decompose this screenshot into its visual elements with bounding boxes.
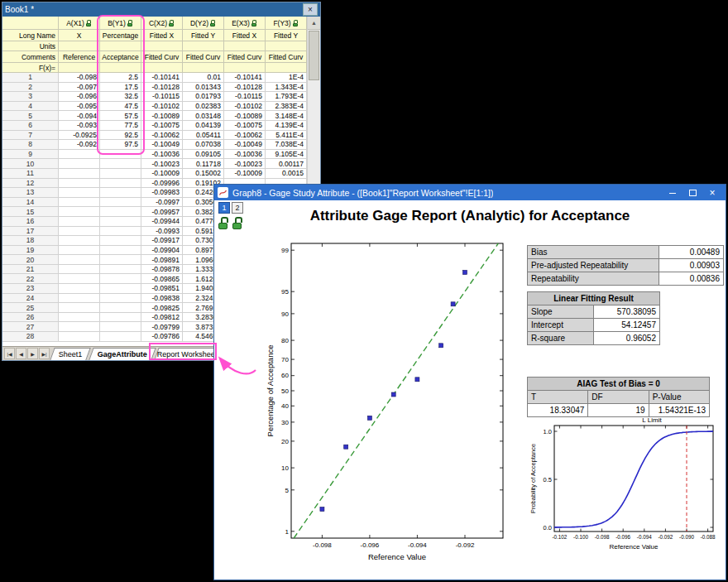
data-cell[interactable]	[100, 246, 141, 256]
row-number[interactable]: 28	[2, 332, 59, 342]
book1-titlebar[interactable]: Book1 * ×	[2, 2, 320, 17]
data-cell[interactable]: -0.096	[59, 92, 100, 102]
row-number[interactable]: 17	[2, 227, 59, 237]
data-cell[interactable]: -0.10075	[141, 121, 183, 131]
data-cell[interactable]: 0.15002	[183, 169, 224, 179]
data-cell[interactable]	[59, 207, 100, 217]
data-cell[interactable]	[100, 303, 141, 313]
data-cell[interactable]: -0.098	[59, 73, 100, 83]
row-number[interactable]: 18	[2, 236, 59, 246]
data-cell[interactable]: -0.09891	[141, 255, 183, 265]
data-cell[interactable]: -0.10049	[141, 140, 183, 150]
column-header-D(Y2)[interactable]: D(Y2)	[183, 17, 224, 30]
data-cell[interactable]	[59, 313, 100, 323]
data-point[interactable]	[320, 507, 324, 512]
header-cell[interactable]: Acceptance	[100, 51, 141, 63]
row-number[interactable]: 21	[2, 265, 59, 275]
data-cell[interactable]: -0.0997	[141, 198, 183, 208]
percentage-acceptance-plot[interactable]: 151020304050607080909599-0.098-0.096-0.0…	[266, 233, 515, 571]
data-cell[interactable]	[100, 294, 141, 304]
row-number[interactable]: 23	[2, 284, 59, 294]
data-cell[interactable]: -0.092	[59, 140, 100, 150]
maximize-icon[interactable]	[682, 185, 702, 200]
header-row-label[interactable]: Units	[2, 41, 59, 51]
data-cell[interactable]: 1.343E-4	[266, 83, 307, 93]
data-cell[interactable]	[100, 313, 141, 323]
data-cell[interactable]: -0.10128	[141, 83, 183, 93]
header-cell[interactable]	[141, 63, 183, 73]
column-header-C(X2)[interactable]: C(X2)	[141, 17, 183, 30]
row-number[interactable]: 4	[2, 102, 59, 112]
sheet-nav-prev-icon[interactable]: ◀	[16, 348, 26, 359]
data-cell[interactable]	[59, 303, 100, 313]
data-cell[interactable]	[59, 284, 100, 294]
data-cell[interactable]: 4.139E-4	[266, 121, 307, 131]
data-cell[interactable]: 0.07038	[183, 140, 224, 150]
data-cell[interactable]: -0.095	[59, 102, 100, 112]
data-cell[interactable]	[100, 236, 141, 246]
data-cell[interactable]: -0.10089	[141, 111, 183, 121]
data-point[interactable]	[367, 416, 371, 420]
column-header-F(Y3)[interactable]: F(Y3)	[266, 17, 307, 30]
data-point[interactable]	[391, 392, 395, 397]
header-cell[interactable]	[100, 63, 141, 73]
data-point[interactable]	[451, 302, 455, 306]
header-cell[interactable]	[224, 41, 266, 51]
row-number[interactable]: 27	[2, 322, 59, 332]
data-cell[interactable]: 0.0015	[266, 169, 307, 179]
data-cell[interactable]	[59, 246, 100, 256]
data-cell[interactable]: -0.10141	[141, 73, 183, 83]
data-cell[interactable]	[59, 322, 100, 332]
data-cell[interactable]: -0.10075	[224, 121, 266, 131]
data-cell[interactable]: 32.5	[100, 92, 141, 102]
data-cell[interactable]	[100, 255, 141, 265]
header-cell[interactable]: Fitted Curv	[266, 51, 307, 63]
header-cell[interactable]	[266, 63, 307, 73]
data-cell[interactable]: 2.383E-4	[266, 102, 307, 112]
header-cell[interactable]: Reference	[59, 51, 100, 63]
data-cell[interactable]	[100, 217, 141, 227]
row-number[interactable]: 6	[2, 121, 59, 131]
data-cell[interactable]: -0.10009	[224, 169, 266, 179]
row-number[interactable]: 3	[2, 92, 59, 102]
header-row-label[interactable]: Comments	[2, 51, 59, 63]
data-cell[interactable]: 0.04139	[183, 121, 224, 131]
row-number[interactable]: 12	[2, 179, 59, 189]
data-cell[interactable]	[59, 217, 100, 227]
data-cell[interactable]: 97.5	[100, 140, 141, 150]
data-cell[interactable]: 0.09105	[183, 150, 224, 160]
row-number[interactable]: 11	[2, 169, 59, 179]
header-cell[interactable]	[183, 41, 224, 51]
header-cell[interactable]: Fitted X	[224, 30, 266, 41]
data-cell[interactable]	[100, 179, 141, 189]
header-cell[interactable]	[141, 41, 183, 51]
data-cell[interactable]	[100, 169, 141, 179]
row-number[interactable]: 19	[2, 246, 59, 256]
sheet-nav-last-icon[interactable]: ▶|	[39, 348, 50, 359]
data-cell[interactable]: 0.02383	[183, 102, 224, 112]
header-row-label[interactable]: Long Name	[2, 30, 59, 41]
data-cell[interactable]: 0.05411	[183, 131, 224, 141]
data-cell[interactable]: -0.10049	[224, 140, 266, 150]
data-cell[interactable]: -0.10141	[224, 73, 266, 83]
data-cell[interactable]: -0.09799	[141, 322, 183, 332]
data-cell[interactable]	[100, 159, 141, 169]
data-cell[interactable]: 1.793E-4	[266, 92, 307, 102]
data-cell[interactable]: 17.5	[100, 83, 141, 93]
data-cell[interactable]: -0.10115	[141, 92, 183, 102]
data-point[interactable]	[344, 445, 348, 449]
row-number[interactable]: 16	[2, 217, 59, 227]
data-cell[interactable]	[59, 274, 100, 284]
data-cell[interactable]: -0.09812	[141, 313, 183, 323]
data-cell[interactable]: -0.094	[59, 111, 100, 121]
data-cell[interactable]	[100, 227, 141, 237]
column-header-E(X3)[interactable]: E(X3)	[224, 17, 266, 30]
sheet-tab-GageAttribute[interactable]: GageAttribute	[89, 348, 156, 360]
data-cell[interactable]: -0.09838	[141, 294, 183, 304]
data-cell[interactable]: -0.093	[59, 121, 100, 131]
row-number[interactable]: 24	[2, 294, 59, 304]
data-cell[interactable]: 0.01793	[183, 92, 224, 102]
data-cell[interactable]: 0.03148	[183, 111, 224, 121]
header-cell[interactable]: Percentage	[100, 30, 141, 41]
data-point[interactable]	[439, 344, 443, 348]
